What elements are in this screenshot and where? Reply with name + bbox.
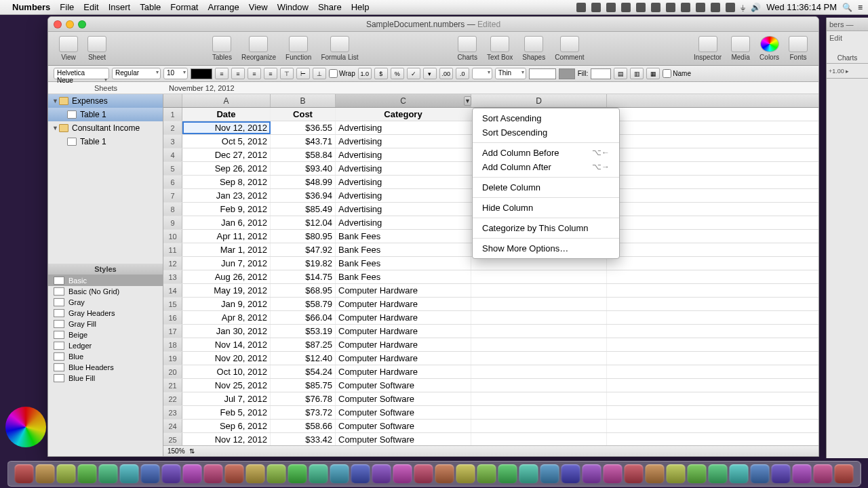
cell[interactable] (471, 433, 607, 446)
cell[interactable]: Apr 11, 2012 (182, 230, 271, 243)
dock-app-icon[interactable] (646, 464, 665, 483)
header-rows-button[interactable]: ▤ (614, 68, 627, 79)
spotlight-icon[interactable]: 🔍 (842, 3, 852, 12)
row-header[interactable]: 17 (163, 325, 182, 338)
increase-decimals-button[interactable]: .0 (456, 68, 469, 79)
header-cell[interactable]: Category (336, 108, 471, 121)
cell[interactable]: Computer Hardware (336, 311, 471, 324)
dock-app-icon[interactable] (162, 464, 181, 483)
toolbar-function[interactable]: Function (281, 36, 315, 61)
cell[interactable]: Computer Hardware (336, 338, 471, 351)
stroke-style-swatch[interactable] (559, 68, 575, 79)
cell[interactable]: Computer Hardware (336, 365, 471, 378)
dock-app-icon[interactable] (330, 464, 349, 483)
cell[interactable]: Advertising (336, 121, 471, 134)
cell[interactable]: Computer Software (336, 420, 471, 432)
status-icon[interactable] (636, 3, 646, 12)
toolbar-view[interactable]: View (55, 36, 82, 61)
menu-item-categorize-by-this-column[interactable]: Categorize by This Column (473, 221, 619, 235)
notifications-icon[interactable]: ≡ (858, 3, 863, 12)
toolbar-comment[interactable]: Comment (551, 36, 588, 61)
dock-app-icon[interactable] (435, 464, 454, 483)
cell[interactable]: Oct 5, 2012 (182, 135, 271, 148)
cell[interactable]: $53.19 (271, 325, 336, 338)
dock-app-icon[interactable] (225, 464, 244, 483)
dock-app-icon[interactable] (456, 464, 475, 483)
style-blue-fill[interactable]: Blue Fill (48, 373, 163, 384)
sheet-consultant-income[interactable]: ▼Consultant Income (48, 121, 163, 135)
cell[interactable] (471, 338, 607, 351)
toolbar-colors[interactable]: Colors (755, 36, 783, 61)
cell[interactable]: Jun 7, 2012 (182, 257, 271, 270)
minimize-button[interactable] (66, 20, 74, 28)
dock-app-icon[interactable] (477, 464, 496, 483)
cell[interactable] (471, 270, 607, 283)
dock-app-icon[interactable] (204, 464, 223, 483)
dock-app-icon[interactable] (604, 464, 623, 483)
row-header[interactable]: 1 (163, 108, 182, 121)
cell[interactable] (471, 392, 607, 405)
format-more-button[interactable]: ▾ (423, 68, 437, 79)
decrease-decimals-button[interactable]: .00 (439, 68, 453, 79)
header-cols-button[interactable]: ▥ (630, 68, 644, 79)
menu-help[interactable]: Help (351, 2, 370, 12)
row-header[interactable]: 8 (163, 203, 182, 216)
dock-app-icon[interactable] (309, 464, 328, 483)
style-gray-fill[interactable]: Gray Fill (48, 319, 163, 329)
dock-app-icon[interactable] (709, 464, 728, 483)
text-color-swatch[interactable] (191, 68, 212, 79)
cell[interactable]: $12.40 (271, 352, 336, 365)
row-header[interactable]: 21 (163, 379, 182, 392)
status-icon[interactable] (651, 3, 660, 12)
font-weight-select[interactable]: Regular (112, 68, 161, 79)
row-header[interactable]: 5 (163, 162, 182, 175)
menubar-clock[interactable]: Wed 11:36:14 PM (766, 2, 837, 12)
cell[interactable]: $19.82 (271, 257, 336, 270)
cell[interactable]: Nov 12, 2012 (182, 121, 271, 134)
status-icon[interactable] (696, 3, 705, 12)
dock-app-icon[interactable] (730, 464, 749, 483)
menu-item-hide-column[interactable]: Hide Column (473, 201, 619, 215)
menu-item-delete-column[interactable]: Delete Column (473, 180, 619, 195)
row-header[interactable]: 10 (163, 230, 182, 243)
app-menu[interactable]: Numbers (12, 2, 50, 12)
format-1.0-button[interactable]: 1.0 (358, 68, 372, 79)
row-header[interactable]: 23 (163, 406, 182, 419)
row-header[interactable]: 11 (163, 243, 182, 256)
dock-app-icon[interactable] (540, 464, 559, 483)
toolbar-shapes[interactable]: Shapes (518, 36, 549, 61)
cell[interactable]: $58.79 (271, 298, 336, 310)
cell[interactable] (471, 298, 607, 310)
cell[interactable]: Jul 7, 2012 (182, 392, 271, 405)
wifi-icon[interactable]: ⏚ (741, 3, 745, 12)
menu-item-show-more-options[interactable]: Show More Options… (473, 241, 619, 256)
dock-app-icon[interactable] (57, 464, 76, 483)
dock-app-icon[interactable] (751, 464, 770, 483)
select-all-corner[interactable] (163, 94, 182, 107)
menu-table[interactable]: Table (140, 2, 161, 12)
cell[interactable]: $48.99 (271, 176, 336, 188)
cell[interactable]: Bank Fees (336, 257, 471, 270)
cell[interactable]: $68.95 (271, 284, 336, 297)
menu-item-add-column-before[interactable]: Add Column Before⌥← (473, 146, 619, 160)
secondary-toolbar-charts[interactable]: Charts (837, 54, 857, 62)
cell[interactable]: $12.04 (271, 216, 336, 229)
row-header[interactable]: 2 (163, 121, 182, 134)
cell[interactable]: $73.72 (271, 406, 336, 419)
menu-item-sort-ascending[interactable]: Sort Ascending (473, 111, 619, 125)
cell[interactable]: $85.49 (271, 203, 336, 216)
cell[interactable]: $93.40 (271, 162, 336, 175)
row-header[interactable]: 25 (163, 433, 182, 446)
cell[interactable]: Jan 30, 2012 (182, 325, 271, 338)
menu-insert[interactable]: Insert (108, 2, 131, 12)
fill-color-swatch[interactable] (591, 68, 611, 79)
cell[interactable]: $36.94 (271, 189, 336, 202)
valign-bottom-button[interactable]: ⊥ (313, 68, 326, 79)
align-center-button[interactable]: ≡ (231, 68, 245, 79)
cell[interactable]: Computer Software (336, 392, 471, 405)
cell[interactable] (471, 406, 607, 419)
cell[interactable]: Bank Fees (336, 243, 471, 256)
cell[interactable]: Nov 14, 2012 (182, 338, 271, 351)
cell-border-select[interactable] (472, 68, 492, 79)
row-header[interactable]: 13 (163, 270, 182, 283)
